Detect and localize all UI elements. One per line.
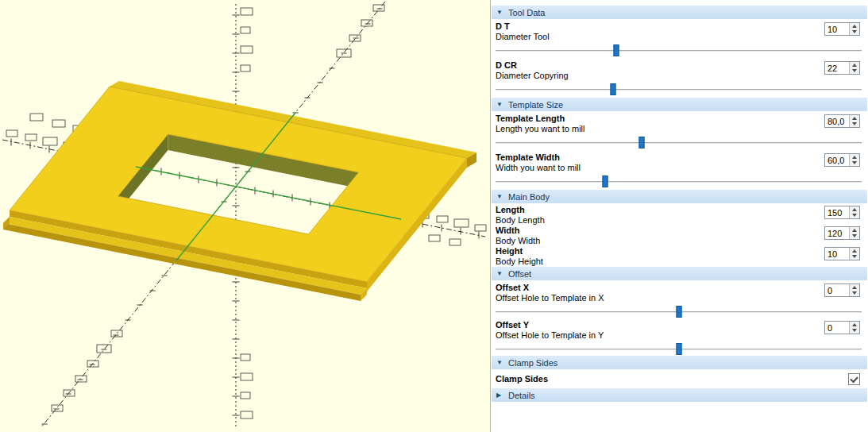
- body-height-spinbox[interactable]: 10: [824, 247, 860, 260]
- spin-up-button[interactable]: [852, 156, 857, 159]
- spin-down-button[interactable]: [852, 30, 857, 33]
- param-name: Height: [496, 246, 543, 256]
- spin-up-button[interactable]: [852, 25, 857, 28]
- template-width-slider-handle[interactable]: [603, 176, 608, 187]
- collapse-icon: ▼: [496, 193, 504, 201]
- collapse-icon: ▼: [496, 359, 504, 367]
- spin-down-button[interactable]: [852, 214, 857, 217]
- param-name: Length: [496, 205, 545, 215]
- spinbox-value: 120: [825, 227, 849, 239]
- template-width-slider[interactable]: [496, 174, 862, 188]
- body-width-spinbox[interactable]: 120: [824, 226, 860, 240]
- param-name: Clamp Sides: [496, 374, 548, 384]
- param-description: Offset Hole to Template in X: [496, 293, 604, 303]
- spin-down-button[interactable]: [852, 329, 857, 332]
- dcr-spinbox[interactable]: 22: [824, 61, 860, 75]
- spin-down-button[interactable]: [852, 234, 857, 237]
- param-description: Body Length: [496, 215, 545, 226]
- template-length-slider-handle[interactable]: [639, 137, 645, 148]
- customizer-parameter-panel: ▼ Tool Data D T Diameter Tool 10: [490, 0, 868, 432]
- slider-track: [496, 50, 862, 52]
- spin-down-button[interactable]: [852, 255, 857, 258]
- param-body-height: Height Body Height 10: [491, 245, 868, 266]
- param-description: Length you want to mill: [496, 124, 585, 134]
- section-title: Template Size: [508, 100, 563, 110]
- section-title: Details: [508, 391, 535, 400]
- section-header-tool-data[interactable]: ▼ Tool Data: [492, 6, 867, 19]
- spin-up-button[interactable]: [852, 208, 857, 211]
- offset-y-slider[interactable]: [496, 341, 862, 354]
- param-offset-x: Offset X Offset Hole to Template in X 0: [491, 281, 868, 317]
- 3d-viewport[interactable]: [0, 0, 490, 432]
- param-offset-y: Offset Y Offset Hole to Template in Y 0: [491, 318, 868, 354]
- collapse-icon: ▼: [496, 270, 504, 278]
- spin-down-button[interactable]: [852, 291, 857, 295]
- offset-x-spinbox[interactable]: 0: [824, 284, 860, 297]
- param-template-length: Template Length Length you want to mill …: [491, 112, 868, 149]
- collapse-icon: ▼: [496, 101, 504, 109]
- dcr-slider[interactable]: [496, 82, 862, 96]
- slider-track: [496, 89, 862, 91]
- offset-x-slider-handle[interactable]: [676, 306, 681, 318]
- param-name: Offset Y: [496, 320, 604, 330]
- offset-y-slider-handle[interactable]: [676, 343, 681, 355]
- param-name: Template Width: [496, 152, 581, 163]
- spin-up-button[interactable]: [852, 249, 857, 253]
- param-name: Offset X: [496, 283, 604, 293]
- param-dcr: D CR Diameter Copyring 22: [491, 59, 868, 96]
- spinbox-value: 0: [825, 322, 849, 334]
- spin-down-button[interactable]: [852, 69, 857, 72]
- spinbox-value: 150: [825, 206, 849, 218]
- param-description: Diameter Copyring: [496, 71, 569, 81]
- slider-track: [496, 142, 862, 144]
- section-title: Main Body: [508, 192, 550, 202]
- section-title: Offset: [508, 269, 531, 279]
- spin-up-button[interactable]: [852, 64, 857, 67]
- dcr-slider-handle[interactable]: [610, 83, 615, 95]
- spinbox-value: 10: [825, 248, 849, 260]
- spin-up-button[interactable]: [852, 323, 857, 326]
- spin-up-button[interactable]: [852, 286, 857, 289]
- spinbox-value: 22: [825, 62, 849, 74]
- spin-up-button[interactable]: [852, 229, 857, 232]
- param-body-width: Width Body Width 120: [491, 225, 868, 245]
- spinbox-value: 60,0: [825, 154, 849, 166]
- param-dt: D T Diameter Tool 10: [491, 20, 868, 57]
- section-title: Tool Data: [508, 8, 545, 17]
- section-header-clamp-sides[interactable]: ▼ Clamp Sides: [492, 356, 867, 369]
- expand-icon: ▶: [496, 392, 504, 399]
- offset-y-spinbox[interactable]: 0: [824, 321, 860, 334]
- body-length-spinbox[interactable]: 150: [824, 206, 860, 219]
- param-description: Body Height: [496, 256, 543, 267]
- section-header-offset[interactable]: ▼ Offset: [492, 267, 867, 280]
- customizer-window: ▼ Tool Data D T Diameter Tool 10: [0, 0, 868, 432]
- param-description: Body Width: [496, 236, 540, 246]
- param-name: D T: [496, 21, 550, 32]
- param-name: D CR: [496, 60, 569, 71]
- dt-slider-handle[interactable]: [614, 44, 619, 56]
- template-length-slider[interactable]: [496, 135, 862, 149]
- spinbox-value: 10: [825, 23, 849, 35]
- spin-down-button[interactable]: [852, 161, 857, 164]
- param-description: Offset Hole to Template in Y: [496, 330, 604, 341]
- slider-track: [496, 181, 862, 183]
- collapse-icon: ▼: [496, 9, 504, 17]
- section-header-main-body[interactable]: ▼ Main Body: [492, 190, 867, 203]
- section-header-template-size[interactable]: ▼ Template Size: [492, 98, 867, 111]
- spinbox-value: 0: [825, 284, 849, 296]
- dt-spinbox[interactable]: 10: [824, 22, 860, 36]
- spinbox-value: 80,0: [825, 115, 849, 127]
- param-name: Width: [496, 226, 540, 236]
- section-title: Clamp Sides: [508, 358, 557, 368]
- clamp-sides-checkbox[interactable]: [848, 373, 860, 385]
- spin-up-button[interactable]: [852, 117, 857, 120]
- param-description: Width you want to mill: [496, 163, 581, 173]
- section-header-details[interactable]: ▶ Details: [492, 388, 867, 402]
- offset-x-slider[interactable]: [496, 304, 862, 317]
- dt-slider[interactable]: [496, 43, 862, 57]
- template-width-spinbox[interactable]: 60,0: [824, 153, 860, 167]
- spin-down-button[interactable]: [852, 122, 857, 125]
- template-length-spinbox[interactable]: 80,0: [824, 114, 860, 128]
- param-clamp-sides: Clamp Sides: [491, 370, 868, 388]
- param-template-width: Template Width Width you want to mill 60…: [491, 151, 868, 188]
